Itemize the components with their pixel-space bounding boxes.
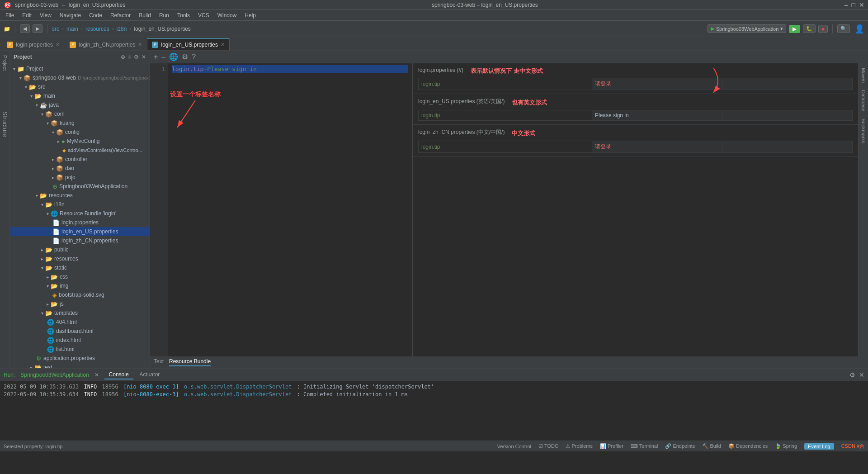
menu-file[interactable]: File: [2, 11, 18, 19]
close-button[interactable]: ✕: [859, 1, 864, 9]
debug-button[interactable]: 🐛: [803, 24, 816, 33]
tree-item-resources[interactable]: ▾ 📂 resources: [10, 191, 150, 200]
tree-item-404[interactable]: 🌐 404.html: [10, 318, 150, 327]
remove-property-button[interactable]: –: [161, 53, 165, 61]
settings-icon[interactable]: ⚙: [134, 54, 139, 60]
tree-item-com[interactable]: ▾ 📦 com: [10, 109, 150, 118]
tree-item-java[interactable]: ▾ ☕ java: [10, 100, 150, 109]
tab-close-en[interactable]: ✕: [221, 42, 225, 47]
rb-value-default-1[interactable]: 请登录: [592, 78, 722, 90]
tree-item-config[interactable]: ▾ 📦 config: [10, 128, 150, 137]
menu-run[interactable]: Run: [156, 11, 173, 19]
menu-build[interactable]: Build: [135, 11, 155, 19]
nav-forward-button[interactable]: ▶: [33, 24, 42, 33]
database-label[interactable]: Database: [861, 87, 866, 114]
tree-item-test[interactable]: ▸ 📂 test: [10, 363, 150, 368]
tree-item-pojo[interactable]: ▸ 📦 pojo: [10, 173, 150, 182]
profiler-label[interactable]: 📊 Profiler: [600, 443, 623, 449]
stop-button[interactable]: ■: [818, 25, 828, 33]
tree-item-img[interactable]: ▾ 📂 img: [10, 281, 150, 290]
menu-code[interactable]: Code: [85, 11, 106, 19]
tree-item-list[interactable]: 🌐 list.html: [10, 345, 150, 354]
tree-item-css[interactable]: ▸ 📂 css: [10, 272, 150, 281]
sync-icon[interactable]: ⊕: [121, 54, 125, 60]
tree-item-login-props[interactable]: 📄 login.properties: [10, 218, 150, 227]
event-log-badge[interactable]: Event Log: [804, 443, 834, 450]
code-area[interactable]: login.tip =Please sign in: [168, 63, 412, 356]
tree-item-rb-login[interactable]: ▾ 🌐 Resource Bundle 'login': [10, 209, 150, 218]
version-control-label[interactable]: Version Control: [497, 444, 531, 449]
tree-item-public[interactable]: ▸ 📂 public: [10, 245, 150, 254]
tree-item-springapp[interactable]: ⊕ Springboo03WebApplication: [10, 182, 150, 191]
actuator-tab[interactable]: Actuator: [135, 370, 165, 379]
tree-item-addview[interactable]: ◆ addViewControllers(ViewContro...: [10, 146, 150, 155]
tree-item-login-zh[interactable]: 📄 login_zh_CN.properties: [10, 236, 150, 245]
menu-help[interactable]: Help: [241, 11, 259, 19]
tree-item-project[interactable]: ▾ 📁 Project: [10, 64, 150, 73]
endpoints-label[interactable]: 🔗 Endpoints: [665, 443, 695, 449]
tree-item-app-props[interactable]: ⚙ application.properties: [10, 354, 150, 363]
file-tab-login-props[interactable]: P login.properties ✕: [2, 38, 65, 50]
close-panel-icon[interactable]: ✕: [142, 54, 146, 60]
rb-value-en-2[interactable]: [722, 110, 853, 121]
maven-label[interactable]: Maven: [861, 65, 866, 85]
menu-edit[interactable]: Edit: [19, 11, 35, 19]
tree-item-js[interactable]: ▸ 📂 js: [10, 299, 150, 308]
project-panel-label[interactable]: Project: [2, 52, 8, 73]
rb-value-default-2[interactable]: [722, 78, 853, 90]
file-tab-login-en[interactable]: P login_en_US.properties ✕: [147, 38, 229, 50]
tree-item-dao[interactable]: ▸ 📦 dao: [10, 164, 150, 173]
settings-bottom-button[interactable]: ⚙: [849, 371, 855, 379]
tree-item-login-en[interactable]: 📄 login_en_US.properties: [10, 227, 150, 236]
tree-item-mymvc[interactable]: ▸ ● MyMvcConfig: [10, 137, 150, 146]
tab-text-button[interactable]: Text: [154, 358, 164, 366]
tab-close-login[interactable]: ✕: [56, 42, 60, 47]
add-property-button[interactable]: +: [154, 53, 158, 61]
menu-window[interactable]: Window: [214, 11, 241, 19]
menu-refactor[interactable]: Refactor: [107, 11, 134, 19]
spring-label[interactable]: 🍃 Spring: [775, 443, 797, 449]
close-run-tab[interactable]: ✕: [94, 372, 99, 378]
tree-item-bootstrap-svg[interactable]: ◈ bootstrap-solid.svg: [10, 290, 150, 299]
run-config-selector[interactable]: ▶ Springboo03WebApplication ▾: [708, 24, 787, 33]
rb-value-zh-2[interactable]: [722, 141, 853, 153]
menu-view[interactable]: View: [36, 11, 55, 19]
rb-value-en-1[interactable]: Please sign in: [592, 110, 722, 121]
search-everywhere-button[interactable]: 🔍: [837, 24, 850, 33]
help-button[interactable]: ?: [192, 53, 196, 61]
structure-icon[interactable]: Structure: [1, 111, 9, 137]
maximize-button[interactable]: □: [852, 1, 855, 9]
collapse-icon[interactable]: ≡: [128, 54, 131, 60]
tree-item-kuang[interactable]: ▾ 📦 kuang: [10, 118, 150, 128]
nav-back-button[interactable]: ◀: [20, 24, 30, 33]
menu-vcs[interactable]: VCS: [194, 11, 213, 19]
file-tab-login-zh[interactable]: P login_zh_CN.properties ✕: [65, 38, 147, 50]
code-line-1[interactable]: login.tip =Please sign in: [172, 65, 408, 73]
translate-button[interactable]: 🌐: [169, 52, 178, 61]
tree-item-i18n[interactable]: ▾ 📂 i18n: [10, 200, 150, 209]
tree-item-templates[interactable]: ▾ 📂 templates: [10, 308, 150, 318]
dependencies-label[interactable]: 📦 Dependencies: [728, 443, 768, 449]
rb-value-zh-1[interactable]: 请登录: [592, 141, 722, 153]
tab-rb-button[interactable]: Resource Bundle: [169, 358, 211, 366]
run-button[interactable]: ▶: [789, 25, 800, 33]
console-tab[interactable]: Console: [104, 370, 133, 379]
build-label[interactable]: 🔨 Build: [702, 443, 721, 449]
menu-navigate[interactable]: Navigate: [56, 11, 85, 19]
todo-label[interactable]: ☑ TODO: [538, 443, 558, 449]
close-bottom-button[interactable]: ✕: [859, 371, 864, 379]
code-editor[interactable]: 1 login.tip =Please sign in: [150, 63, 412, 356]
tree-item-dashboard[interactable]: 🌐 dashboard.html: [10, 327, 150, 336]
bookmarks-label[interactable]: Bookmarks: [861, 116, 866, 146]
settings-editor-button[interactable]: ⚙: [182, 52, 188, 61]
tree-item-src[interactable]: ▾ 📂 src: [10, 82, 150, 91]
tree-item-static[interactable]: ▾ 📂 static: [10, 263, 150, 272]
minimize-button[interactable]: –: [844, 1, 848, 9]
tree-item-main[interactable]: ▾ 📂 main: [10, 91, 150, 100]
problems-label[interactable]: ⚠ Problems: [566, 443, 593, 449]
menu-tools[interactable]: Tools: [174, 11, 193, 19]
tree-item-index[interactable]: 🌐 index.html: [10, 336, 150, 345]
tree-item-controller[interactable]: ▸ 📦 controller: [10, 155, 150, 164]
tab-close-zh[interactable]: ✕: [138, 42, 142, 47]
tree-item-springboo[interactable]: ▾ 📦 springboo-03-web D:/project/springbo…: [10, 73, 150, 82]
